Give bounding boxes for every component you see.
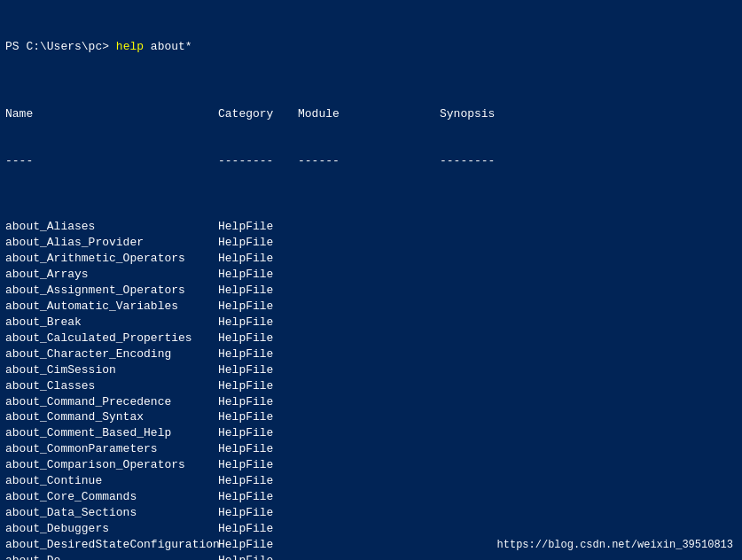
cell-name: about_Classes [5, 378, 218, 394]
header-synopsis: Synopsis [440, 106, 495, 122]
cell-category: HelpFile [218, 315, 298, 331]
cell-module [298, 346, 440, 362]
cell-module [298, 489, 440, 505]
cell-name: about_DesiredStateConfiguration [5, 537, 218, 553]
header-name: Name [5, 106, 218, 122]
table-row: about_ArraysHelpFile [5, 267, 737, 283]
cell-category: HelpFile [218, 553, 298, 560]
table-row: about_Automatic_VariablesHelpFile [5, 299, 737, 315]
table-row: about_Comparison_OperatorsHelpFile [5, 457, 737, 473]
cell-category: HelpFile [218, 505, 298, 521]
table-row: about_DoHelpFile [5, 553, 737, 560]
cell-module [298, 299, 440, 315]
cell-module [298, 553, 440, 560]
table-row: about_Core_CommandsHelpFile [5, 489, 737, 505]
watermark: https://blog.csdn.net/weixin_39510813 [497, 539, 733, 551]
cell-module [298, 394, 440, 410]
cell-category: HelpFile [218, 441, 298, 457]
underline-synopsis: -------- [440, 153, 495, 169]
cell-name: about_Alias_Provider [5, 235, 218, 251]
table-row: about_ClassesHelpFile [5, 378, 737, 394]
header-underline: ---- -------- ------ -------- [5, 153, 737, 169]
cell-module [298, 315, 440, 331]
cell-category: HelpFile [218, 409, 298, 425]
cell-category: HelpFile [218, 394, 298, 410]
cell-name: about_CommonParameters [5, 441, 218, 457]
cell-category: HelpFile [218, 457, 298, 473]
table-row: about_CimSessionHelpFile [5, 362, 737, 378]
prompt-text: PS C:\Users\pc> [5, 40, 109, 53]
table-row: about_Command_PrecedenceHelpFile [5, 394, 737, 410]
cell-module [298, 537, 440, 553]
cell-name: about_Comparison_Operators [5, 457, 218, 473]
table-row: about_Data_SectionsHelpFile [5, 505, 737, 521]
cell-category: HelpFile [218, 219, 298, 235]
table-row: about_Alias_ProviderHelpFile [5, 235, 737, 251]
cell-name: about_Command_Syntax [5, 409, 218, 425]
cell-module [298, 267, 440, 283]
cell-name: about_Arrays [5, 267, 218, 283]
prompt-line: PS C:\Users\pc> help about* [5, 39, 737, 55]
table-row: about_Character_EncodingHelpFile [5, 346, 737, 362]
cell-category: HelpFile [218, 362, 298, 378]
cell-category: HelpFile [218, 331, 298, 346]
cell-module [298, 521, 440, 537]
cell-category: HelpFile [218, 537, 298, 553]
cell-name: about_Break [5, 315, 218, 331]
cell-category: HelpFile [218, 489, 298, 505]
cell-category: HelpFile [218, 346, 298, 362]
underline-module: ------ [298, 153, 440, 169]
cell-category: HelpFile [218, 473, 298, 489]
cell-category: HelpFile [218, 283, 298, 299]
cell-name: about_Assignment_Operators [5, 283, 218, 299]
cell-module [298, 362, 440, 378]
table-row: about_AliasesHelpFile [5, 219, 737, 235]
cell-name: about_Data_Sections [5, 505, 218, 521]
table-row: about_CommonParametersHelpFile [5, 441, 737, 457]
cell-category: HelpFile [218, 267, 298, 283]
underline-category: -------- [218, 153, 298, 169]
cell-name: about_Core_Commands [5, 489, 218, 505]
cell-category: HelpFile [218, 378, 298, 394]
cell-name: about_Comment_Based_Help [5, 425, 218, 441]
cell-module [298, 283, 440, 299]
table-body: about_AliasesHelpFileabout_Alias_Provide… [5, 219, 737, 560]
cell-name: about_Automatic_Variables [5, 299, 218, 315]
cell-module [298, 505, 440, 521]
cell-category: HelpFile [218, 235, 298, 251]
table-row: about_DebuggersHelpFile [5, 521, 737, 537]
cell-module [298, 457, 440, 473]
cell-category: HelpFile [218, 521, 298, 537]
table-row: about_Assignment_OperatorsHelpFile [5, 283, 737, 299]
cell-category: HelpFile [218, 251, 298, 267]
cell-name: about_CimSession [5, 362, 218, 378]
cell-name: about_Character_Encoding [5, 346, 218, 362]
cell-module [298, 473, 440, 489]
cell-name: about_Continue [5, 473, 218, 489]
header-category: Category [218, 106, 298, 122]
cell-module [298, 219, 440, 235]
cell-name: about_Debuggers [5, 521, 218, 537]
cell-module [298, 251, 440, 267]
cell-category: HelpFile [218, 425, 298, 441]
table-row: about_Arithmetic_OperatorsHelpFile [5, 251, 737, 267]
cell-name: about_Aliases [5, 219, 218, 235]
cell-name: about_Do [5, 553, 218, 560]
cmd-arg: about* [144, 40, 192, 53]
cell-name: about_Command_Precedence [5, 394, 218, 410]
table-row: about_Command_SyntaxHelpFile [5, 409, 737, 425]
cell-module [298, 425, 440, 441]
table-row: about_Calculated_PropertiesHelpFile [5, 331, 737, 346]
cell-name: about_Arithmetic_Operators [5, 251, 218, 267]
table-row: about_Comment_Based_HelpHelpFile [5, 425, 737, 441]
cell-module [298, 409, 440, 425]
header-module: Module [298, 106, 440, 122]
cell-module [298, 441, 440, 457]
table-header: Name Category Module Synopsis [5, 106, 737, 122]
underline-name: ---- [5, 153, 218, 169]
cell-name: about_Calculated_Properties [5, 331, 218, 346]
table-row: about_BreakHelpFile [5, 315, 737, 331]
terminal-window: PS C:\Users\pc> help about* Name Categor… [0, 0, 742, 560]
cmd-help: help [116, 40, 144, 53]
table-row: about_ContinueHelpFile [5, 473, 737, 489]
